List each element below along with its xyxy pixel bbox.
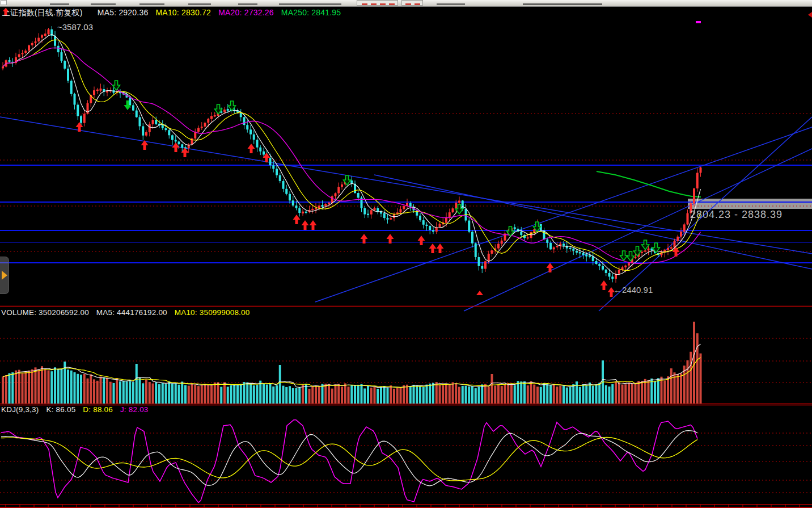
sidebar-expand-handle[interactable] xyxy=(0,257,9,294)
menu-item-fragment[interactable] xyxy=(91,3,116,5)
buy-signal-arrow xyxy=(387,234,394,243)
main-chart-legend: 上证指数(日线.前复权) MA5: 2920.36 MA10: 2830.72 … xyxy=(2,8,346,18)
drawing-mark xyxy=(696,21,701,23)
menu-item-fragment[interactable] xyxy=(188,3,211,5)
volume-ma5-value: MA5: 444176192.00 xyxy=(96,308,167,317)
menu-item-fragment[interactable] xyxy=(50,3,69,5)
sell-signal-arrow xyxy=(634,246,641,256)
ma250-value: MA250: 2841.95 xyxy=(281,8,341,17)
volume-ma10-value: MA10: 350999008.00 xyxy=(175,308,250,317)
buy-signal-arrow xyxy=(600,280,608,290)
high-price-annotation: ~3587.03 xyxy=(57,22,93,32)
sell-signal-arrow xyxy=(642,240,649,250)
kdj-d-value: D: 88.06 xyxy=(83,405,113,414)
volume-value: VOLUME: 350206592.00 xyxy=(1,308,89,317)
ma10-value: MA10: 2830.72 xyxy=(155,8,211,17)
buy-signal-arrow xyxy=(547,263,554,272)
volume-legend: VOLUME: 350206592.00 MA5: 444176192.00 M… xyxy=(1,308,255,317)
expand-arrow-icon xyxy=(2,271,7,280)
right-edge-chevron-icon[interactable] xyxy=(808,12,812,18)
quote-readout-box xyxy=(401,0,423,6)
buy-signal-triangle xyxy=(476,291,483,295)
kdj-name: KDJ(9,3,3) xyxy=(1,405,39,414)
menu-item-fragment[interactable] xyxy=(437,3,465,5)
ma5-value: MA5: 2920.36 xyxy=(98,8,149,17)
menu-item-fragment[interactable] xyxy=(139,3,164,5)
ma20-value: MA20: 2732.26 xyxy=(218,8,274,17)
buy-signal-arrow xyxy=(429,243,437,253)
stock-chart-window: { "main_panel": { "legend": { "symbol": … xyxy=(0,0,812,508)
buy-signal-arrow xyxy=(361,234,368,243)
symbol-label: 上证指数(日线.前复权) xyxy=(2,8,83,17)
kdj-k-value: K: 86.05 xyxy=(46,405,75,414)
menu-bar xyxy=(0,0,812,7)
window-corner xyxy=(1,0,7,5)
chart-canvas[interactable] xyxy=(0,0,812,508)
kdj-legend: KDJ(9,3,3) K: 86.05 D: 88.06 J: 82.03 xyxy=(1,405,154,414)
buy-signal-arrow xyxy=(418,236,425,245)
buy-signal-arrow xyxy=(293,215,301,224)
gap-annotation: 2804.23 - 2838.39 xyxy=(690,209,783,221)
kdj-j-value: J: 82.03 xyxy=(120,405,149,414)
buy-signal-arrow xyxy=(248,144,255,153)
quote-readout-box xyxy=(357,0,398,6)
low-price-annotation: ←2440.91 xyxy=(614,285,653,295)
buy-signal-arrow xyxy=(302,220,309,230)
buy-signal-arrow xyxy=(310,220,317,230)
menu-item-fragment[interactable] xyxy=(279,3,341,5)
menu-item-fragment[interactable] xyxy=(523,3,602,5)
menu-item-fragment[interactable] xyxy=(238,3,257,5)
